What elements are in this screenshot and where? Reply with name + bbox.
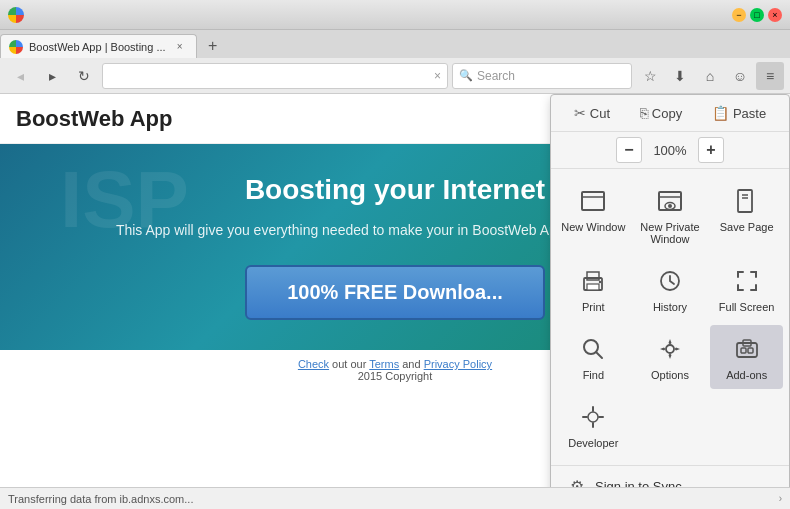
copy-button[interactable]: ⎘ Copy — [630, 101, 692, 125]
print-label: Print — [582, 301, 605, 313]
save-page-icon — [731, 185, 763, 217]
menu-item-save-page[interactable]: Save Page — [710, 177, 783, 253]
maximize-button[interactable]: □ — [750, 8, 764, 22]
main-area: BoostWeb App ISP Boosting your Internet … — [0, 94, 790, 487]
status-text: Transferring data from ib.adnxs.com... — [8, 493, 193, 505]
site-logo: BoostWeb App — [16, 106, 172, 132]
save-page-label: Save Page — [720, 221, 774, 233]
print-icon — [577, 265, 609, 297]
tab-close-button[interactable]: × — [172, 39, 188, 55]
hero-bg-text: ISP — [60, 154, 189, 246]
svg-rect-12 — [587, 284, 599, 290]
svg-point-5 — [668, 204, 672, 208]
find-label: Find — [583, 369, 604, 381]
menu-item-developer[interactable]: Developer — [557, 393, 630, 457]
tab-favicon — [9, 40, 23, 54]
menu-grid: New Window New Private Window Save Page — [551, 169, 789, 466]
menu-item-options[interactable]: Options — [634, 325, 707, 389]
sync-button[interactable]: ☺ — [726, 62, 754, 90]
menu-item-new-private-window[interactable]: New Private Window — [634, 177, 707, 253]
close-button[interactable]: × — [768, 8, 782, 22]
firefox-menu: ✂ Cut ⎘ Copy 📋 Paste − 100% + — [550, 94, 790, 487]
url-bar[interactable]: × — [102, 63, 448, 89]
active-tab[interactable]: BoostWeb App | Boosting ... × — [0, 34, 197, 58]
cut-button[interactable]: ✂ Cut — [564, 101, 620, 125]
add-ons-label: Add-ons — [726, 369, 767, 381]
svg-rect-18 — [737, 343, 757, 357]
cut-label: Cut — [590, 106, 610, 121]
svg-rect-21 — [748, 348, 753, 353]
privacy-link[interactable]: Privacy Policy — [424, 358, 492, 370]
sync-icon: ⚙ — [567, 477, 587, 487]
home-button[interactable]: ⌂ — [696, 62, 724, 90]
toolbar-icons: ☆ ⬇ ⌂ ☺ ≡ — [636, 62, 784, 90]
zoom-minus-button[interactable]: − — [616, 137, 642, 163]
menu-item-history[interactable]: History — [634, 257, 707, 321]
svg-rect-6 — [738, 190, 752, 212]
svg-point-22 — [588, 412, 598, 422]
menu-edit-row: ✂ Cut ⎘ Copy 📋 Paste — [551, 95, 789, 132]
sign-in-sync-button[interactable]: ⚙ Sign in to Sync — [559, 470, 781, 487]
add-ons-icon — [731, 333, 763, 365]
forward-button[interactable]: ▸ — [38, 62, 66, 90]
menu-item-find[interactable]: Find — [557, 325, 630, 389]
paste-label: Paste — [733, 106, 766, 121]
copyright-text: 2015 Copyright — [358, 370, 433, 382]
full-screen-label: Full Screen — [719, 301, 775, 313]
browser-icon — [8, 7, 24, 23]
svg-marker-9 — [738, 190, 756, 212]
copy-icon: ⎘ — [640, 105, 648, 121]
search-icon: 🔍 — [459, 69, 473, 82]
full-screen-icon — [731, 265, 763, 297]
cut-icon: ✂ — [574, 105, 586, 121]
menu-item-print[interactable]: Print — [557, 257, 630, 321]
window-controls: − □ × — [732, 8, 782, 22]
history-label: History — [653, 301, 687, 313]
zoom-value: 100% — [650, 143, 690, 158]
refresh-button[interactable]: ↻ — [70, 62, 98, 90]
menu-item-new-window[interactable]: New Window — [557, 177, 630, 253]
options-icon — [654, 333, 686, 365]
developer-icon — [577, 401, 609, 433]
svg-point-17 — [666, 345, 674, 353]
zoom-row: − 100% + — [551, 132, 789, 169]
title-bar-left — [8, 7, 24, 23]
download-button[interactable]: ⬇ — [666, 62, 694, 90]
svg-rect-20 — [741, 348, 746, 353]
minimize-button[interactable]: − — [732, 8, 746, 22]
new-private-window-label: New Private Window — [638, 221, 703, 245]
menu-bottom: ⚙ Sign in to Sync ＋ Customize ? ⏻ — [551, 466, 789, 487]
search-bar[interactable]: 🔍 Search — [452, 63, 632, 89]
menu-item-add-ons[interactable]: Add-ons — [710, 325, 783, 389]
options-label: Options — [651, 369, 689, 381]
check-link[interactable]: Check — [298, 358, 329, 370]
new-window-label: New Window — [561, 221, 625, 233]
new-window-icon — [577, 185, 609, 217]
find-icon — [577, 333, 609, 365]
sign-in-label: Sign in to Sync — [595, 479, 682, 487]
svg-rect-0 — [582, 192, 604, 210]
copy-label: Copy — [652, 106, 682, 121]
menu-item-full-screen[interactable]: Full Screen — [710, 257, 783, 321]
tab-bar: BoostWeb App | Boosting ... × + — [0, 30, 790, 58]
menu-button[interactable]: ≡ — [756, 62, 784, 90]
download-button[interactable]: 100% FREE Downloa... — [245, 265, 545, 320]
back-button[interactable]: ◂ — [6, 62, 34, 90]
new-tab-button[interactable]: + — [201, 34, 225, 58]
nav-bar: ◂ ▸ ↻ × 🔍 Search ☆ ⬇ ⌂ ☺ ≡ — [0, 58, 790, 94]
zoom-plus-button[interactable]: + — [698, 137, 724, 163]
url-clear-button[interactable]: × — [434, 69, 441, 83]
new-private-window-icon — [654, 185, 686, 217]
paste-button[interactable]: 📋 Paste — [702, 101, 776, 125]
scroll-indicator: › — [779, 493, 782, 504]
svg-line-16 — [596, 352, 602, 358]
search-input-placeholder: Search — [477, 69, 625, 83]
paste-icon: 📋 — [712, 105, 729, 121]
status-right: › — [779, 493, 782, 504]
title-bar: − □ × — [0, 0, 790, 30]
terms-link[interactable]: Terms — [369, 358, 399, 370]
developer-label: Developer — [568, 437, 618, 449]
star-button[interactable]: ☆ — [636, 62, 664, 90]
svg-point-13 — [599, 281, 601, 283]
history-icon — [654, 265, 686, 297]
